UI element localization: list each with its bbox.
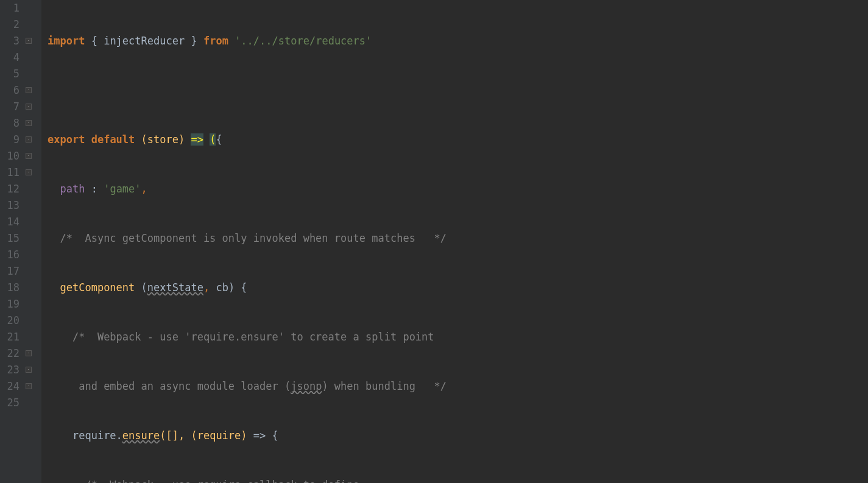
fold-toggle-icon[interactable]: - <box>26 104 32 110</box>
fold-toggle-icon[interactable]: - <box>26 153 32 159</box>
code-line[interactable]: and embed an async module loader (jsonp)… <box>48 378 868 395</box>
code-line[interactable]: /* Async getComponent is only invoked wh… <box>48 230 868 247</box>
line-number[interactable]: 5 <box>0 66 19 82</box>
line-number[interactable]: 12 <box>0 181 19 197</box>
line-number[interactable]: 14 <box>0 214 19 230</box>
fold-toggle-icon[interactable]: - <box>26 350 32 356</box>
line-number[interactable]: 9 <box>0 132 19 148</box>
code-line[interactable]: import { injectReducer } from '../../sto… <box>48 33 868 49</box>
code-line[interactable]: getComponent (nextState, cb) { <box>48 280 868 296</box>
line-number[interactable]: 17 <box>0 263 19 280</box>
fold-toggle-icon[interactable]: - <box>26 120 32 126</box>
line-number[interactable]: 23 <box>0 362 19 378</box>
line-number-gutter[interactable]: 1 2 3 4 5 6 7 8 9 10 11 12 13 14 15 16 1… <box>0 0 24 483</box>
line-number[interactable]: 18 <box>0 280 19 296</box>
line-number[interactable]: 10 <box>0 148 19 164</box>
fold-toggle-icon[interactable]: - <box>26 87 32 93</box>
line-number[interactable]: 11 <box>0 164 19 181</box>
code-editor[interactable]: 1 2 3 4 5 6 7 8 9 10 11 12 13 14 15 16 1… <box>0 0 868 483</box>
code-line[interactable]: /* Webpack - use require callback to def… <box>48 477 868 483</box>
fold-gutter[interactable]: - - - - - - - - - - <box>24 0 41 483</box>
code-line[interactable]: require.ensure([], (require) => { <box>48 428 868 444</box>
fold-toggle-icon[interactable]: - <box>26 169 32 175</box>
code-line[interactable]: /* Webpack - use 'require.ensure' to cre… <box>48 329 868 345</box>
code-line[interactable]: export default (store) => ({ <box>48 132 868 148</box>
fold-toggle-icon[interactable]: - <box>26 136 32 143</box>
code-content[interactable]: import { injectReducer } from '../../sto… <box>41 0 868 483</box>
line-number[interactable]: 25 <box>0 395 19 411</box>
line-number[interactable]: 8 <box>0 115 19 132</box>
line-number[interactable]: 7 <box>0 99 19 115</box>
line-number[interactable]: 2 <box>0 16 19 33</box>
line-number[interactable]: 13 <box>0 197 19 214</box>
line-number[interactable]: 19 <box>0 296 19 312</box>
line-number[interactable]: 3 <box>0 33 19 49</box>
line-number[interactable]: 1 <box>0 0 19 16</box>
fold-toggle-icon[interactable]: - <box>26 367 32 373</box>
fold-toggle-icon[interactable]: - <box>26 38 32 44</box>
line-number[interactable]: 22 <box>0 345 19 362</box>
code-line[interactable] <box>48 82 868 99</box>
line-number[interactable]: 4 <box>0 49 19 66</box>
line-number[interactable]: 16 <box>0 247 19 263</box>
fold-toggle-icon[interactable]: - <box>26 383 32 389</box>
code-line[interactable]: path : 'game', <box>48 181 868 197</box>
line-number[interactable]: 21 <box>0 329 19 345</box>
line-number[interactable]: 6 <box>0 82 19 99</box>
line-number[interactable]: 15 <box>0 230 19 247</box>
line-number[interactable]: 20 <box>0 312 19 329</box>
line-number[interactable]: 24 <box>0 378 19 395</box>
